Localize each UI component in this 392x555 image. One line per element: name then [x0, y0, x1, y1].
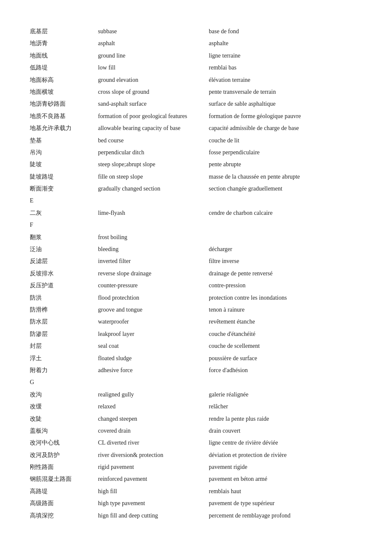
- english-term: river diversion& protection: [98, 449, 209, 461]
- chinese-term: 翻浆: [30, 231, 98, 243]
- table-row: 改河中心线CL diverted riverligne centre de ri…: [30, 437, 366, 449]
- table-row: 封层seal coatcouche de scellement: [30, 340, 366, 352]
- french-term: cendre de charbon calcaire: [209, 207, 366, 219]
- french-term: pavement de type supérieur: [209, 497, 366, 509]
- english-term: low fill: [98, 62, 209, 74]
- chinese-term: 地沥青砂路面: [30, 98, 98, 110]
- english-term: waterproofer: [98, 316, 209, 328]
- chinese-term: 反滤层: [30, 255, 98, 267]
- chinese-term: 高级路面: [30, 497, 98, 509]
- french-term: couche de scellement: [209, 340, 366, 352]
- french-term: ligne centre de rivière déviée: [209, 437, 366, 449]
- french-term: remblais haut: [209, 486, 366, 497]
- table-row: 地基允许承载力allowable bearing capacity of bas…: [30, 122, 366, 134]
- table-row: 附着力adhesive forceforce d'adhésion: [30, 364, 366, 376]
- table-row: 防洪flood protechtionprotection contre les…: [30, 292, 366, 304]
- chinese-term: 改陡: [30, 413, 98, 425]
- table-row: 防渗层leakproof layercouche d'étanchéité: [30, 328, 366, 340]
- table-row: 刚性路面rigid pavementpavement rigide: [30, 461, 366, 473]
- english-term: inverted filter: [98, 255, 209, 267]
- english-term: cross slope of ground: [98, 86, 209, 98]
- french-term: fosse perpendiculaire: [209, 147, 366, 159]
- chinese-term: 陡坡路堤: [30, 171, 98, 183]
- table-row: 断面渐变gradually changed sectionsection cha…: [30, 183, 366, 195]
- table-row: 改陡changed steepenrendre la pente plus ra…: [30, 413, 366, 425]
- english-term: subbase: [98, 26, 209, 38]
- french-term: relâcher: [209, 401, 366, 413]
- chinese-term: 防渗层: [30, 328, 98, 340]
- table-row: 陡坡路堤fille on steep slopemasse de la chau…: [30, 171, 366, 183]
- table-row: 地质不良路基formation of poor geological featu…: [30, 110, 366, 122]
- english-term: CL diverted river: [98, 437, 209, 449]
- french-term: pavement rigide: [209, 461, 366, 473]
- french-term: surface de sable asphaltique: [209, 98, 366, 110]
- english-term: sand-asphalt surface: [98, 98, 209, 110]
- table-row: 泛油bleedingdécharger: [30, 243, 366, 255]
- table-row: 吊沟perpendicular ditchfosse perpendiculai…: [30, 147, 366, 159]
- french-term: pente transversale de terrain: [209, 86, 366, 98]
- french-term: poussière de surface: [209, 353, 366, 364]
- english-term: steep slope;abrupt slope: [98, 159, 209, 171]
- chinese-term: 反压护道: [30, 280, 98, 292]
- table-row: 改河及防护river diversion& protectiondéviatio…: [30, 449, 366, 461]
- french-term: rendre la pente plus raide: [209, 413, 366, 425]
- english-term: bleeding: [98, 243, 209, 255]
- english-term: flood protechtion: [98, 292, 209, 304]
- english-term: leakproof layer: [98, 328, 209, 340]
- french-term: section changée graduellement: [209, 183, 366, 195]
- chinese-term: 陡坡: [30, 159, 98, 171]
- english-term: asphalt: [98, 38, 209, 49]
- table-row: 底基层subbasebase de fond: [30, 26, 366, 38]
- table-row: 防滑榫groove and tonguetenon à rainure: [30, 304, 366, 316]
- english-term: high type pavement: [98, 497, 209, 509]
- french-term: masse de la chaussée en pente abrupte: [209, 171, 366, 183]
- english-term: rigid pavement: [98, 461, 209, 473]
- table-row: 二灰lime-flyashcendre de charbon calcaire: [30, 207, 366, 219]
- chinese-term: 反坡排水: [30, 268, 98, 280]
- french-term: déviation et protection de rivière: [209, 449, 366, 461]
- table-row: F: [30, 219, 366, 231]
- english-term: lime-flyash: [98, 207, 209, 219]
- chinese-term: 高路堤: [30, 486, 98, 497]
- table-row: 改缓relaxedrelâcher: [30, 401, 366, 413]
- chinese-term: 吊沟: [30, 147, 98, 159]
- french-term: pente abrupte: [209, 159, 366, 171]
- table-row: 地沥青砂路面sand-asphalt surfacesurface de sab…: [30, 98, 366, 110]
- french-term: protection contre les inondations: [209, 292, 366, 304]
- table-row: 翻浆frost boiling: [30, 231, 366, 243]
- french-term: capacité admissible de charge de base: [209, 122, 366, 134]
- french-term: revêtement étanche: [209, 316, 366, 328]
- table-row: 防水层waterprooferrevêtement étanche: [30, 316, 366, 328]
- chinese-term: 防滑榫: [30, 304, 98, 316]
- chinese-term: 地面标高: [30, 74, 98, 86]
- section-letter: F: [30, 219, 366, 231]
- table-row: 钢筋混凝土路面reinforced pavementpavement en bé…: [30, 473, 366, 485]
- english-term: formation of poor geological features: [98, 110, 209, 122]
- english-term: adhesive force: [98, 364, 209, 376]
- table-row: 反滤层inverted filterfiltre inverse: [30, 255, 366, 267]
- english-term: floated sludge: [98, 353, 209, 364]
- english-term: hign fill and deep cutting: [98, 510, 209, 522]
- chinese-term: 盖板沟: [30, 425, 98, 437]
- table-row: 浮土floated sludgepoussière de surface: [30, 353, 366, 364]
- english-term: reverse slope drainage: [98, 268, 209, 280]
- chinese-term: 高填深挖: [30, 510, 98, 522]
- table-row: 陡坡steep slope;abrupt slopepente abrupte: [30, 159, 366, 171]
- table-row: 垫基bed coursecouche de lit: [30, 135, 366, 147]
- chinese-term: 改缓: [30, 401, 98, 413]
- english-term: relaxed: [98, 401, 209, 413]
- chinese-term: 钢筋混凝土路面: [30, 473, 98, 485]
- english-term: high fill: [98, 486, 209, 497]
- table-row: 地面标高ground elevationélévation terraine: [30, 74, 366, 86]
- chinese-term: 低路堤: [30, 62, 98, 74]
- french-term: élévation terraine: [209, 74, 366, 86]
- chinese-term: 封层: [30, 340, 98, 352]
- french-term: asphalte: [209, 38, 366, 49]
- table-row: 反坡排水reverse slope drainagedrainage de pe…: [30, 268, 366, 280]
- english-term: ground line: [98, 50, 209, 62]
- table-row: 改沟realigned gullygalerie réalignée: [30, 389, 366, 401]
- english-term: counter-pressure: [98, 280, 209, 292]
- chinese-term: 断面渐变: [30, 183, 98, 195]
- french-term: couche d'étanchéité: [209, 328, 366, 340]
- chinese-term: 地沥青: [30, 38, 98, 49]
